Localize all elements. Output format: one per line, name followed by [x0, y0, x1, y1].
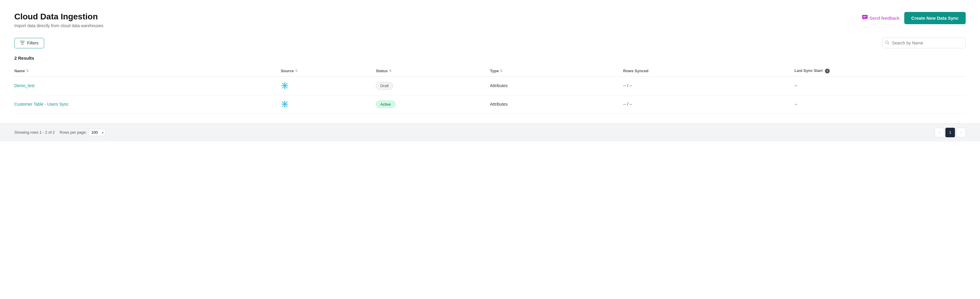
row-name-link[interactable]: Demo_test	[14, 83, 35, 88]
cell-source	[281, 95, 376, 114]
next-page-button[interactable]: ›	[956, 128, 966, 137]
rows-per-page-control: Rows per page: 10 25 50 100 ▾	[60, 129, 105, 136]
svg-point-15	[286, 83, 288, 84]
row-name-link[interactable]: Customer Table - Users Sync	[14, 102, 68, 107]
svg-point-14	[286, 88, 288, 88]
svg-point-27	[282, 104, 282, 104]
col-header-rows-synced: Rows Synced	[623, 66, 794, 77]
rows-per-page-select-wrapper: 10 25 50 100 ▾	[89, 129, 105, 136]
data-table: Name ⇅ Source ⇅ Status ⇅	[14, 66, 966, 114]
svg-point-29	[282, 101, 283, 102]
info-icon-last-sync[interactable]: i	[825, 69, 830, 74]
svg-point-31	[286, 101, 288, 102]
cell-type: Attributes	[490, 95, 623, 114]
feedback-icon	[862, 14, 868, 22]
create-new-data-sync-button[interactable]: Create New Data Sync	[904, 12, 966, 24]
page-subtitle: Import data directly from cloud data war…	[14, 23, 103, 28]
svg-point-28	[287, 104, 288, 104]
header-actions: Send feedback Create New Data Sync	[862, 12, 966, 24]
table-row: Customer Table - Users Sync Act	[14, 95, 966, 114]
col-header-name: Name ⇅	[14, 66, 281, 77]
page-1-button[interactable]: 1	[945, 128, 955, 137]
results-count: 2 Results	[14, 56, 966, 61]
pagination: ‹ 1 ›	[935, 128, 966, 137]
cell-last-sync-start: --	[794, 95, 966, 114]
search-wrapper	[882, 38, 966, 48]
send-feedback-label: Send feedback	[870, 16, 899, 21]
sort-icon-source[interactable]: ⇅	[295, 69, 298, 73]
status-badge: Active	[376, 101, 395, 108]
col-header-source: Source ⇅	[281, 66, 376, 77]
cell-source	[281, 77, 376, 95]
filter-icon	[20, 41, 25, 46]
sort-icon-type[interactable]: ⇅	[500, 69, 503, 73]
search-input[interactable]	[882, 38, 966, 48]
col-header-type: Type ⇅	[490, 66, 623, 77]
cell-rows-synced: -- / --	[623, 77, 794, 95]
page-header: Cloud Data Ingestion Import data directl…	[14, 12, 103, 28]
prev-page-button[interactable]: ‹	[935, 128, 944, 137]
col-header-last-sync-start: Last Sync Start i	[794, 66, 966, 77]
sort-icon-name[interactable]: ⇅	[26, 69, 29, 73]
table-header: Name ⇅ Source ⇅ Status ⇅	[14, 66, 966, 77]
svg-point-32	[282, 106, 283, 107]
status-badge: Draft	[376, 82, 393, 90]
footer-left: Showing rows 1 - 2 of 2 Rows per page: 1…	[14, 129, 105, 136]
cell-last-sync-start: --	[794, 77, 966, 95]
cell-rows-synced: -- / --	[623, 95, 794, 114]
cell-status: Active	[376, 95, 490, 114]
rows-per-page-label: Rows per page:	[60, 130, 87, 134]
svg-point-11	[282, 85, 282, 86]
snowflake-icon	[281, 82, 289, 90]
rows-per-page-select[interactable]: 10 25 50 100	[89, 129, 105, 136]
svg-point-16	[282, 88, 283, 88]
cell-type: Attributes	[490, 77, 623, 95]
filters-label: Filters	[27, 41, 38, 45]
cell-name: Demo_test	[14, 77, 281, 95]
svg-point-12	[287, 85, 288, 86]
filters-button[interactable]: Filters	[14, 38, 44, 48]
toolbar: Filters	[14, 38, 966, 48]
svg-point-30	[286, 106, 288, 107]
table-row: Demo_test Draft At	[14, 77, 966, 95]
svg-point-13	[282, 83, 283, 84]
cell-name: Customer Table - Users Sync	[14, 95, 281, 114]
col-header-status: Status ⇅	[376, 66, 490, 77]
sort-icon-status[interactable]: ⇅	[389, 69, 391, 73]
cell-status: Draft	[376, 77, 490, 95]
snowflake-icon	[281, 100, 289, 108]
send-feedback-button[interactable]: Send feedback	[862, 14, 899, 22]
footer-bar: Showing rows 1 - 2 of 2 Rows per page: 1…	[0, 123, 980, 141]
page-title: Cloud Data Ingestion	[14, 12, 103, 21]
showing-rows-label: Showing rows 1 - 2 of 2	[14, 130, 55, 134]
table-body: Demo_test Draft At	[14, 77, 966, 114]
